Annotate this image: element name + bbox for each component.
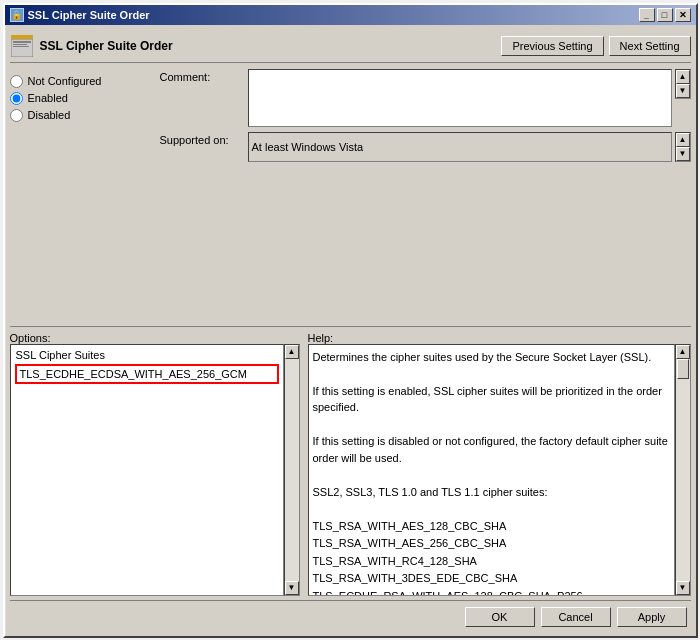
apply-button[interactable]: Apply <box>617 607 687 627</box>
title-bar-controls: _ □ ✕ <box>639 8 691 22</box>
options-scrollbar[interactable]: ▲ ▼ <box>284 344 300 596</box>
maximize-button[interactable]: □ <box>657 8 673 22</box>
left-panel: Not Configured Enabled Disabled <box>10 69 160 321</box>
comment-scrollbar[interactable]: ▲ ▼ <box>675 69 691 99</box>
svg-rect-4 <box>13 46 29 47</box>
prev-setting-button[interactable]: Previous Setting <box>501 36 603 56</box>
supported-scroll-down[interactable]: ▼ <box>676 147 690 161</box>
disabled-label: Disabled <box>28 109 71 121</box>
bottom-buttons: OK Cancel Apply <box>10 600 691 631</box>
dialog-title: SSL Cipher Suite Order <box>40 39 173 53</box>
help-box-container: Determines the cipher suites used by the… <box>308 344 691 596</box>
radio-group: Not Configured Enabled Disabled <box>10 71 160 126</box>
not-configured-option[interactable]: Not Configured <box>10 75 160 88</box>
comment-label: Comment: <box>160 69 245 83</box>
scroll-thumb <box>677 359 689 379</box>
title-bar: 🔒 SSL Cipher Suite Order _ □ ✕ <box>5 5 696 25</box>
not-configured-label: Not Configured <box>28 75 102 87</box>
disabled-option[interactable]: Disabled <box>10 109 160 122</box>
window-icon: 🔒 <box>10 8 24 22</box>
main-content: Not Configured Enabled Disabled Comm <box>10 69 691 321</box>
options-panel: SSL Cipher Suites TLS_ECDHE_ECDSA_WITH_A… <box>10 344 300 596</box>
supported-label: Supported on: <box>160 132 245 146</box>
supported-value: At least Windows Vista <box>252 141 364 153</box>
options-scroll-down[interactable]: ▼ <box>285 581 299 595</box>
options-scroll-up[interactable]: ▲ <box>285 345 299 359</box>
title-bar-left: 🔒 SSL Cipher Suite Order <box>10 8 150 22</box>
help-scroll-track <box>676 359 690 581</box>
svg-rect-3 <box>13 44 27 45</box>
next-setting-button[interactable]: Next Setting <box>609 36 691 56</box>
options-label: Options: <box>10 332 51 344</box>
options-listbox[interactable]: SSL Cipher Suites TLS_ECDHE_ECDSA_WITH_A… <box>10 344 284 596</box>
not-configured-radio[interactable] <box>10 75 23 88</box>
main-window: 🔒 SSL Cipher Suite Order _ □ ✕ <box>3 3 698 638</box>
supported-row: Supported on: At least Windows Vista ▲ ▼ <box>160 132 691 162</box>
header-icon <box>10 34 34 58</box>
help-scroll-up[interactable]: ▲ <box>676 345 690 359</box>
help-box[interactable]: Determines the cipher suites used by the… <box>308 344 675 596</box>
header-left: SSL Cipher Suite Order <box>10 34 173 58</box>
options-scroll-track <box>285 359 299 581</box>
help-panel: Determines the cipher suites used by the… <box>308 344 691 596</box>
help-scroll-down[interactable]: ▼ <box>676 581 690 595</box>
right-panel: Comment: ▲ ▼ Supported on: At least Wind… <box>160 69 691 321</box>
scroll-down-btn[interactable]: ▼ <box>676 84 690 98</box>
options-help-section: SSL Cipher Suites TLS_ECDHE_ECDSA_WITH_A… <box>10 344 691 596</box>
help-label: Help: <box>308 332 334 344</box>
supported-scroll-up[interactable]: ▲ <box>676 133 690 147</box>
comment-row: Comment: ▲ ▼ <box>160 69 691 127</box>
scroll-up-btn[interactable]: ▲ <box>676 70 690 84</box>
cipher-item[interactable]: TLS_ECDHE_ECDSA_WITH_AES_256_GCM <box>15 364 279 384</box>
header-section: SSL Cipher Suite Order Previous Setting … <box>10 30 691 63</box>
enabled-label: Enabled <box>28 92 68 104</box>
window-title: SSL Cipher Suite Order <box>28 9 150 21</box>
comment-field[interactable] <box>248 69 672 127</box>
header-buttons: Previous Setting Next Setting <box>501 36 690 56</box>
listbox-inner: SSL Cipher Suites TLS_ECDHE_ECDSA_WITH_A… <box>11 345 283 387</box>
options-help-label-row: Options: Help: <box>10 332 691 344</box>
cipher-suites-header: SSL Cipher Suites <box>13 347 281 363</box>
disabled-radio[interactable] <box>10 109 23 122</box>
supported-scrollbar[interactable]: ▲ ▼ <box>675 132 691 162</box>
svg-rect-2 <box>13 41 31 43</box>
help-scrollbar[interactable]: ▲ ▼ <box>675 344 691 596</box>
minimize-button[interactable]: _ <box>639 8 655 22</box>
section-divider <box>10 326 691 327</box>
dialog-body: SSL Cipher Suite Order Previous Setting … <box>5 25 696 636</box>
close-button[interactable]: ✕ <box>675 8 691 22</box>
supported-value-box: At least Windows Vista <box>248 132 672 162</box>
svg-rect-1 <box>11 35 33 39</box>
cancel-button[interactable]: Cancel <box>541 607 611 627</box>
options-list-container: SSL Cipher Suites TLS_ECDHE_ECDSA_WITH_A… <box>10 344 300 596</box>
ok-button[interactable]: OK <box>465 607 535 627</box>
enabled-option[interactable]: Enabled <box>10 92 160 105</box>
enabled-radio[interactable] <box>10 92 23 105</box>
